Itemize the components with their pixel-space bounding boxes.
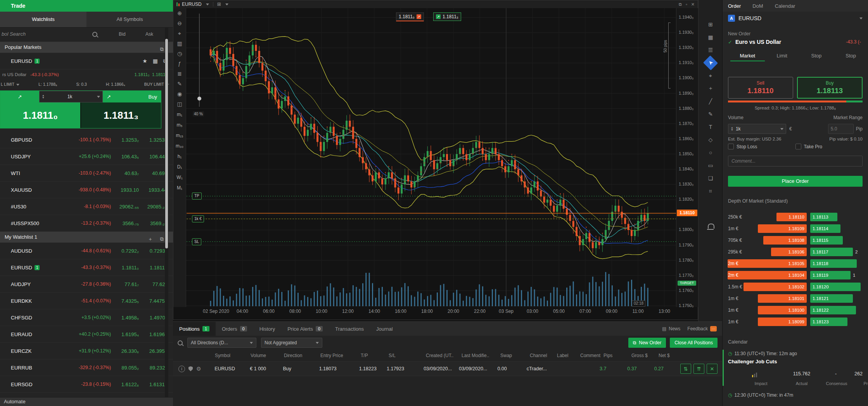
timeframe-h[interactable]: h₁ xyxy=(173,151,186,161)
market-row-AUDJPY[interactable]: AUDJPY-27.8 (-0.36%)77.61₇77.62₇ xyxy=(0,276,173,293)
tab-all-symbols[interactable]: All Symbols xyxy=(86,12,173,27)
market-row-EURCZK[interactable]: EURCZK+31.9 (+0.12%)26.330₈26.395₈ xyxy=(0,343,173,359)
objects-icon[interactable]: ✎ xyxy=(173,79,186,89)
market-row-EURSGD[interactable]: EURSGD-23.8 (-0.15%)1.6122₈1.6131₄ xyxy=(0,376,173,393)
double-position-button[interactable]: ⇈ xyxy=(693,364,704,374)
chart-type-icon[interactable]: ▥ xyxy=(173,38,186,49)
rectangle-icon[interactable]: ▭ xyxy=(705,160,716,170)
info-icon[interactable]: i xyxy=(178,366,185,372)
scrollbar-thumb[interactable] xyxy=(165,39,168,248)
market-row-AUDUSD[interactable]: AUDUSD-44.8 (-0.61%)0.7292₂0.7293₁ xyxy=(0,243,173,259)
chevron-down-icon[interactable] xyxy=(206,3,209,5)
templates-icon[interactable]: ≣ xyxy=(173,69,186,79)
order-type-stop-3[interactable]: Stop xyxy=(833,53,868,61)
ask-price[interactable]: 7.4475₅ xyxy=(139,298,167,304)
ask-price[interactable]: 1.4970₁ xyxy=(139,315,167,321)
dom-buy-price[interactable]: 1.18115 xyxy=(810,236,843,245)
bid-price[interactable]: 1.4958₉ xyxy=(111,315,139,321)
tab-journal[interactable]: Journal xyxy=(370,322,399,336)
dom-sell-price[interactable]: 1.18106 xyxy=(788,246,804,258)
market-row-EURRUB[interactable]: EURRUB-329.2 (-0.37%)89.055₂89.232₇ xyxy=(0,359,173,376)
checkbox-icon[interactable] xyxy=(728,144,734,149)
popout-icon[interactable]: ⧉ xyxy=(160,44,164,55)
tab-transactions[interactable]: Transactions xyxy=(329,322,370,336)
dom-sell-price[interactable]: 1.18101 xyxy=(788,293,804,304)
visibility-eye-icon[interactable]: ◉ xyxy=(173,89,186,99)
tab-watchlists[interactable]: Watchlists xyxy=(0,12,86,27)
timeframe-m[interactable]: m₁₅ xyxy=(173,130,186,141)
cursor-icon[interactable]: ➤ xyxy=(703,56,718,70)
bid-price[interactable]: 1.6122₈ xyxy=(111,382,139,387)
filter-dropdown-0[interactable]: All Directions (D... xyxy=(187,338,256,348)
reverse-position-button[interactable]: ⇅ xyxy=(680,364,691,374)
ellipse-icon[interactable]: ○ xyxy=(705,147,716,158)
ask-price[interactable]: 26.395₈ xyxy=(139,348,167,354)
pencil-icon[interactable]: ✎ xyxy=(705,109,716,119)
my-watchlist-header[interactable]: My Watchlist 1 ＋ ⧉ xyxy=(0,232,173,243)
symbol-row-eurusd[interactable]: EURUSD 1 ★ ▦ ⧉ xyxy=(0,53,173,69)
dom-buy-price[interactable]: 1.18118 xyxy=(810,259,857,268)
order-type-market-0[interactable]: Market xyxy=(730,53,765,61)
timeframe-m[interactable]: m₅ xyxy=(173,120,186,130)
dom-section-header[interactable]: Depth Of Market (Standard) xyxy=(723,198,868,205)
popular-markets-header[interactable]: Popular Markets ⧉ xyxy=(0,42,173,53)
timeframe-W[interactable]: W₁ xyxy=(173,172,186,182)
market-row-WTI[interactable]: WTI-103.0 (-2.47%)40.63₇40.69₅ xyxy=(0,165,173,182)
gear-icon[interactable] xyxy=(196,366,201,372)
dom-buy-price[interactable]: 1.18114 xyxy=(810,224,840,233)
ask-price[interactable]: 1.6196₅ xyxy=(139,331,167,337)
tab-orders[interactable]: Orders0 xyxy=(216,322,253,336)
link-window-icon[interactable]: ⧉ xyxy=(679,2,682,7)
ask-price[interactable]: 1.3253₅ xyxy=(139,137,167,143)
ask-price[interactable]: 1.1811₃ xyxy=(139,265,167,271)
ask-price[interactable]: 29085.₂₀ xyxy=(139,204,167,210)
time-axis[interactable]: 02 Sep 202004:0006:0008:0010:0012:0014:0… xyxy=(173,307,676,319)
dom-sell-price[interactable]: 1.18108 xyxy=(788,234,804,246)
bid-price[interactable]: 1.3253₂ xyxy=(111,137,139,143)
market-range-stepper[interactable]: 5.0 xyxy=(828,124,854,134)
protection-shield-icon[interactable] xyxy=(188,366,193,371)
order-type-stop-2[interactable]: Stop xyxy=(799,53,834,61)
search-icon[interactable] xyxy=(178,340,183,345)
slider-track[interactable] xyxy=(199,14,200,107)
calendar-entry[interactable]: ◷12:30 (UTC+0) Time: in 47m xyxy=(723,391,868,399)
stepper-arrows-icon[interactable]: ▲▼ xyxy=(731,127,733,131)
bid-price[interactable]: 89.055₂ xyxy=(111,365,139,371)
calendar-entry[interactable]: ◷11:30 (UTC+0) Time: 12m agoChallenger J… xyxy=(723,350,868,387)
bid-price[interactable]: 3566.₇₅ xyxy=(111,220,139,226)
dom-buy-price[interactable]: 1.18123 xyxy=(810,318,847,326)
stop-loss-toggle[interactable]: Stop Loss xyxy=(728,144,795,149)
bid-price[interactable]: 0.7292₂ xyxy=(111,248,139,254)
buy-quote-chip[interactable]: ↗1.1811₃ xyxy=(433,12,461,21)
add-drawing-icon[interactable]: ＋ xyxy=(705,83,716,94)
volume-stepper[interactable]: ▲▼ 1k xyxy=(728,124,786,134)
ask-price[interactable]: 40.69₅ xyxy=(139,170,167,176)
calculator-icon[interactable]: ⌗ xyxy=(705,186,716,196)
buy-arrow-cell[interactable]: ↗ Buy xyxy=(103,91,161,102)
ask-price[interactable]: 1933.44 xyxy=(139,187,167,193)
close-icon[interactable]: ✕ xyxy=(691,2,695,7)
chart-layout-icon[interactable] xyxy=(217,2,221,7)
new-order-button[interactable]: New Order xyxy=(628,338,666,348)
bid-price[interactable]: 77.61₇ xyxy=(111,281,139,287)
dom-sell-price[interactable]: 1.18109 xyxy=(788,223,804,234)
position-row[interactable]: iEURUSD€ 1 000Buy1.180731.182231.1792303… xyxy=(173,361,722,376)
tab-history[interactable]: History xyxy=(253,322,281,336)
chart-symbol-label[interactable]: EURUSD xyxy=(182,2,202,7)
popout-icon[interactable]: ⧉ xyxy=(160,234,164,245)
close-all-positions-button[interactable]: Close All Positions xyxy=(670,338,718,348)
dom-sell-price[interactable]: 1.18104 xyxy=(788,269,804,281)
timeframe-D[interactable]: D₁ xyxy=(173,161,186,172)
bid-price[interactable]: 26.330₈ xyxy=(111,348,139,354)
dom-sell-price[interactable]: 1.18110 xyxy=(788,211,804,223)
watchlist-panel-icon[interactable]: ☰ xyxy=(705,45,716,55)
alerts-bell-icon[interactable] xyxy=(708,224,714,229)
price-axis[interactable]: 1.1940₀1.1930₀1.1920₀1.1910₀1.1900₀1.189… xyxy=(676,8,699,307)
market-row-GBPUSD[interactable]: GBPUSD-100.1 (-0.75%)1.3253₂1.3253₅ xyxy=(0,132,173,148)
ask-price[interactable]: 3569.₂₀ xyxy=(139,220,167,226)
symbol-selector[interactable]: A EURUSD xyxy=(723,12,868,25)
dom-sell-price[interactable]: 1.18102 xyxy=(788,281,804,293)
search-icon[interactable] xyxy=(92,32,97,37)
close-position-button[interactable]: ✕ xyxy=(707,364,718,374)
market-row-CHFSGD[interactable]: CHFSGD+3.5 (+0.02%)1.4958₉1.4970₁ xyxy=(0,309,173,326)
